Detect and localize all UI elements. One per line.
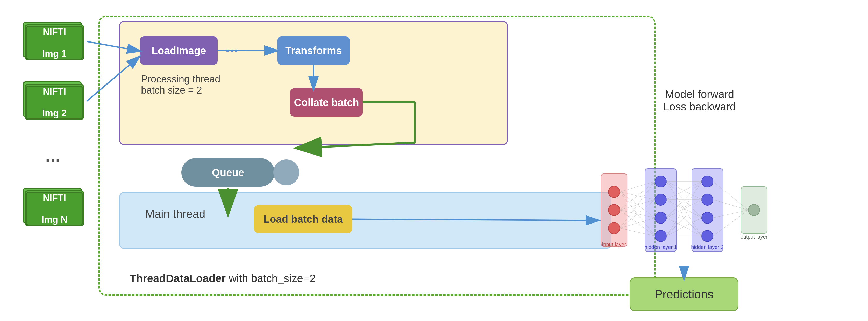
hidden2-label: hidden layer 2 [691, 244, 724, 250]
diagram-container: Processing thread batch size = 2 Main th… [0, 0, 868, 321]
node-loadimage: LoadImage [140, 36, 218, 65]
main-thread-label: Main thread [145, 207, 205, 221]
svg-point-7 [655, 176, 666, 187]
node-queue-circle [273, 159, 299, 185]
svg-point-10 [655, 230, 666, 242]
bottom-label: ThreadDataLoader with batch_size=2 [129, 272, 316, 285]
svg-point-5 [609, 204, 620, 216]
predictions-box: Predictions [630, 278, 739, 311]
svg-point-9 [655, 212, 666, 224]
nifti-img1: NIFTI Img 1 [26, 26, 83, 60]
node-collate: Collate batch [290, 88, 363, 117]
hidden1-label: hidden layer 1 [644, 244, 677, 250]
svg-point-12 [702, 194, 713, 205]
svg-point-8 [655, 194, 666, 205]
processing-thread-label: Processing thread batch size = 2 [141, 74, 220, 96]
svg-point-13 [702, 212, 713, 224]
nifti-img2: NIFTI Img 2 [26, 86, 83, 119]
node-transforms: Transforms [277, 36, 350, 65]
svg-point-4 [609, 186, 620, 198]
input-layer-label: input layer [602, 242, 626, 247]
node-dots: ··· [225, 41, 238, 59]
neural-network-diagram: input layer hidden layer 1 hidden layer … [596, 166, 777, 270]
svg-point-14 [702, 230, 713, 242]
node-load-batch: Load batch data [254, 205, 352, 233]
nifti-imgn: NIFTI Img N [26, 192, 83, 226]
svg-point-15 [748, 204, 760, 216]
node-queue: Queue [181, 158, 275, 187]
svg-point-6 [609, 223, 620, 234]
svg-point-11 [702, 176, 713, 187]
output-layer-label: output layer [741, 234, 768, 240]
nifti-dots: ... [45, 145, 60, 166]
model-forward-label: Model forward Loss backward [663, 88, 736, 113]
main-thread-box [119, 192, 612, 249]
